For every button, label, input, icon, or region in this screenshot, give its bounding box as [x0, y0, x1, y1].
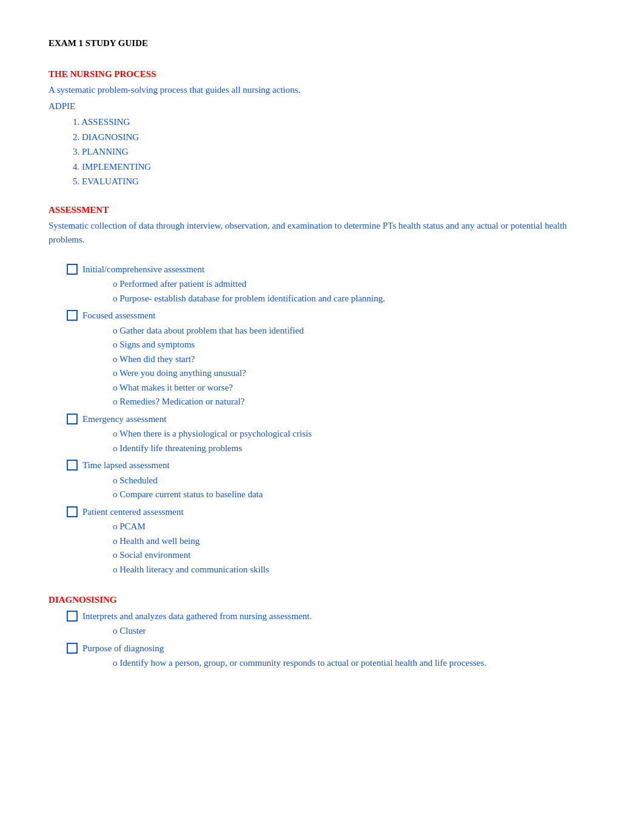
assessment-description: Systematic collection of data through in… [49, 219, 595, 246]
list-item-focused: Focused assessment Gather data about pro… [67, 309, 595, 411]
diagnosing-heading: DIAGNOSISING [49, 593, 595, 607]
nursing-process-heading: THE NURSING PROCESS [49, 67, 595, 81]
assessment-section: ASSESSMENT Systematic collection of data… [49, 203, 595, 579]
bullet-icon-patient-centered [67, 506, 78, 517]
diagnosing-bullet-list: Interprets and analyzes data gathered fr… [67, 609, 595, 672]
bullet-label-purpose: Purpose of diagnosing [82, 643, 164, 653]
bullet-icon-focused [67, 310, 78, 321]
sub-item: Health literacy and communication skills [113, 563, 269, 577]
bullet-label-focused: Focused assessment [82, 310, 155, 320]
list-item-initial: Initial/comprehensive assessment Perform… [67, 263, 595, 308]
bullet-icon-interprets [67, 611, 78, 622]
sub-list-interprets: Cluster [113, 624, 312, 638]
sub-item: Performed after patient is admitted [113, 277, 385, 291]
step-implementing: IMPLEMENTING [73, 160, 595, 174]
assessment-heading: ASSESSMENT [49, 203, 595, 217]
sub-item: What makes it better or worse? [113, 381, 304, 395]
adpie-label: ADPIE [49, 99, 595, 113]
bullet-label-patient-centered: Patient centered assessment [82, 507, 184, 517]
list-item-emergency: Emergency assessment When there is a phy… [67, 412, 595, 458]
sub-list-initial: Performed after patient is admitted Purp… [113, 277, 385, 305]
sub-item: Identify life threatening problems [113, 441, 312, 455]
nursing-process-description: A systematic problem-solving process tha… [49, 83, 595, 97]
step-evaluating: EVALUATING [73, 175, 595, 189]
bullet-label-interprets: Interprets and analyzes data gathered fr… [82, 611, 312, 621]
bullet-icon-timelapsed [67, 460, 78, 471]
sub-item: Purpose- establish database for problem … [113, 292, 385, 306]
sub-item: When did they start? [113, 352, 304, 366]
sub-item: Scheduled [113, 474, 263, 488]
sub-list-emergency: When there is a physiological or psychol… [113, 427, 312, 455]
sub-item: Identify how a person, group, or communi… [113, 656, 486, 670]
sub-item: Were you doing anything unusual? [113, 366, 304, 380]
sub-item: Compare current status to baseline data [113, 488, 263, 501]
sub-item: PCAM [113, 520, 269, 534]
list-item-interprets: Interprets and analyzes data gathered fr… [67, 609, 595, 640]
bullet-label-timelapsed: Time lapsed assessment [82, 460, 170, 470]
sub-item: Gather data about problem that has been … [113, 324, 304, 338]
step-assessing: ASSESSING [73, 115, 595, 129]
sub-item: Remedies? Medication or natural? [113, 395, 304, 409]
sub-item: Health and well being [113, 534, 269, 548]
step-diagnosing: DIAGNOSING [73, 130, 595, 144]
list-item-timelapsed: Time lapsed assessment Scheduled Compare… [67, 458, 595, 504]
sub-list-timelapsed: Scheduled Compare current status to base… [113, 474, 263, 501]
sub-list-focused: Gather data about problem that has been … [113, 324, 304, 409]
sub-list-patient-centered: PCAM Health and well being Social enviro… [113, 520, 269, 576]
step-planning: PLANNING [73, 145, 595, 159]
adpie-list: ASSESSING DIAGNOSING PLANNING IMPLEMENTI… [73, 115, 595, 189]
sub-item: Cluster [113, 624, 312, 638]
sub-item: When there is a physiological or psychol… [113, 427, 312, 441]
list-item-patient-centered: Patient centered assessment PCAM Health … [67, 505, 595, 579]
bullet-icon-emergency [67, 414, 78, 424]
assessment-bullet-list: Initial/comprehensive assessment Perform… [67, 263, 595, 579]
sub-item: Social environment [113, 548, 269, 562]
list-item-purpose: Purpose of diagnosing Identify how a per… [67, 642, 595, 672]
diagnosing-section: DIAGNOSISING Interprets and analyzes dat… [49, 593, 595, 672]
page-title: EXAM 1 STUDY GUIDE [49, 36, 595, 50]
bullet-icon-purpose [67, 643, 78, 654]
nursing-process-section: THE NURSING PROCESS A systematic problem… [49, 67, 595, 189]
bullet-label-emergency: Emergency assessment [82, 414, 166, 424]
bullet-label-initial: Initial/comprehensive assessment [82, 264, 204, 274]
bullet-icon-initial [67, 264, 78, 275]
sub-list-purpose: Identify how a person, group, or communi… [113, 656, 486, 670]
sub-item: Signs and symptoms [113, 338, 304, 352]
